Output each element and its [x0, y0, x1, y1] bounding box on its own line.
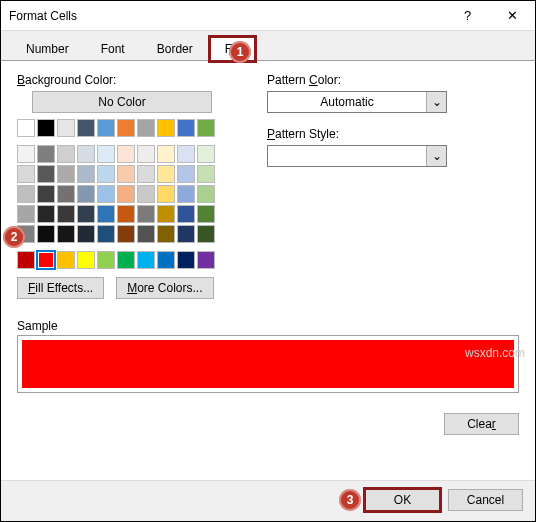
color-swatch[interactable]	[37, 185, 55, 203]
color-swatch[interactable]	[97, 205, 115, 223]
color-swatch[interactable]	[117, 119, 135, 137]
color-swatch[interactable]	[57, 185, 75, 203]
color-swatch[interactable]	[157, 145, 175, 163]
color-swatch[interactable]	[137, 145, 155, 163]
color-swatch[interactable]	[197, 145, 215, 163]
color-swatch[interactable]	[17, 145, 35, 163]
watermark: wsxdn.com	[465, 346, 525, 360]
color-swatch[interactable]	[77, 165, 95, 183]
color-swatch[interactable]	[157, 225, 175, 243]
color-swatch[interactable]	[197, 225, 215, 243]
tab-font[interactable]: Font	[86, 37, 140, 60]
color-swatch[interactable]	[17, 251, 35, 269]
color-swatch[interactable]	[77, 225, 95, 243]
callout-2: 2	[3, 226, 25, 248]
pattern-color-dropdown[interactable]: Automatic ⌄	[267, 91, 447, 113]
color-swatch[interactable]	[137, 205, 155, 223]
pattern-style-dropdown[interactable]: ⌄	[267, 145, 447, 167]
tab-number[interactable]: Number	[11, 37, 84, 60]
color-swatch[interactable]	[77, 145, 95, 163]
color-swatch[interactable]	[177, 205, 195, 223]
color-swatch[interactable]	[137, 119, 155, 137]
color-swatch[interactable]	[177, 165, 195, 183]
tab-strip: Number Font Border Fill 1	[1, 31, 535, 61]
color-swatch[interactable]	[17, 185, 35, 203]
color-swatch[interactable]	[117, 205, 135, 223]
ok-button[interactable]: OK	[365, 489, 440, 511]
color-swatch[interactable]	[137, 225, 155, 243]
dialog-button-row: 3 OK Cancel	[1, 480, 535, 521]
color-swatch[interactable]	[157, 119, 175, 137]
color-swatch[interactable]	[197, 205, 215, 223]
color-swatch[interactable]	[57, 205, 75, 223]
color-swatch[interactable]	[117, 251, 135, 269]
theme-color-grid	[17, 119, 227, 137]
color-swatch[interactable]	[137, 185, 155, 203]
color-swatch[interactable]	[177, 225, 195, 243]
color-swatch[interactable]	[57, 165, 75, 183]
color-swatch[interactable]	[97, 225, 115, 243]
fill-panel: Background Color: No Color Fill Effects.…	[1, 61, 535, 480]
color-swatch[interactable]	[97, 251, 115, 269]
color-swatch[interactable]	[197, 165, 215, 183]
color-swatch[interactable]	[137, 165, 155, 183]
color-swatch[interactable]	[17, 119, 35, 137]
color-swatch[interactable]	[117, 185, 135, 203]
more-colors-button[interactable]: More Colors...	[116, 277, 213, 299]
close-button[interactable]: ✕	[490, 1, 535, 31]
color-swatch[interactable]	[17, 205, 35, 223]
color-swatch[interactable]	[37, 205, 55, 223]
color-swatch[interactable]	[197, 251, 215, 269]
callout-3: 3	[339, 489, 361, 511]
color-swatch[interactable]	[37, 225, 55, 243]
color-swatch[interactable]	[77, 119, 95, 137]
color-swatch[interactable]	[197, 185, 215, 203]
color-swatch[interactable]	[77, 205, 95, 223]
color-swatch[interactable]	[57, 225, 75, 243]
color-swatch[interactable]	[37, 145, 55, 163]
color-swatch[interactable]	[117, 165, 135, 183]
color-swatch[interactable]	[137, 251, 155, 269]
color-swatch[interactable]	[97, 119, 115, 137]
color-swatch[interactable]	[177, 145, 195, 163]
color-swatch[interactable]	[77, 251, 95, 269]
color-swatch[interactable]	[157, 251, 175, 269]
color-swatch[interactable]	[177, 251, 195, 269]
fill-effects-button[interactable]: Fill Effects...	[17, 277, 104, 299]
color-swatch[interactable]	[117, 225, 135, 243]
pattern-style-label: Pattern Style:	[267, 127, 519, 141]
color-swatch[interactable]	[157, 205, 175, 223]
color-swatch[interactable]	[177, 185, 195, 203]
tint-color-grid	[17, 145, 227, 243]
color-swatch[interactable]	[57, 119, 75, 137]
chevron-down-icon: ⌄	[426, 92, 446, 112]
sample-fill	[22, 340, 514, 388]
sample-label: Sample	[17, 319, 519, 333]
color-swatch[interactable]	[97, 165, 115, 183]
clear-button[interactable]: Clear	[444, 413, 519, 435]
color-swatch[interactable]	[97, 185, 115, 203]
color-swatch[interactable]	[157, 185, 175, 203]
color-swatch[interactable]	[17, 165, 35, 183]
titlebar: Format Cells ? ✕	[1, 1, 535, 31]
pattern-color-label: Pattern Color:	[267, 73, 519, 87]
color-swatch[interactable]	[197, 119, 215, 137]
no-color-button[interactable]: No Color	[32, 91, 212, 113]
chevron-down-icon: ⌄	[426, 146, 446, 166]
color-swatch[interactable]	[97, 145, 115, 163]
pattern-color-value: Automatic	[268, 95, 426, 109]
cancel-button[interactable]: Cancel	[448, 489, 523, 511]
color-swatch[interactable]	[117, 145, 135, 163]
tab-border[interactable]: Border	[142, 37, 208, 60]
color-swatch[interactable]	[37, 251, 55, 269]
color-swatch[interactable]	[57, 251, 75, 269]
color-swatch[interactable]	[57, 145, 75, 163]
color-swatch[interactable]	[37, 165, 55, 183]
dialog-title: Format Cells	[9, 9, 445, 23]
color-swatch[interactable]	[177, 119, 195, 137]
help-button[interactable]: ?	[445, 1, 490, 31]
color-swatch[interactable]	[37, 119, 55, 137]
format-cells-dialog: Format Cells ? ✕ Number Font Border Fill…	[0, 0, 536, 522]
color-swatch[interactable]	[157, 165, 175, 183]
color-swatch[interactable]	[77, 185, 95, 203]
